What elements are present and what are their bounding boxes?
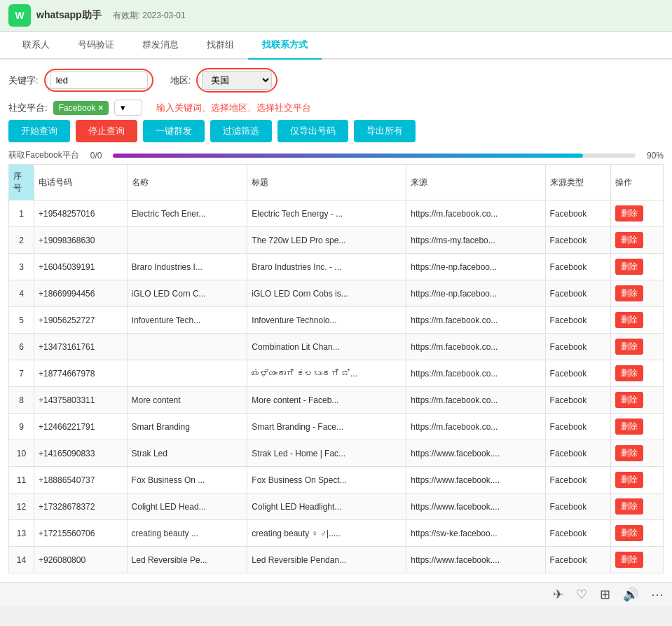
- cell-type: Facebook: [545, 467, 610, 494]
- cell-action: 删除: [610, 520, 663, 547]
- cell-phone: +926080800: [34, 547, 128, 573]
- cell-title: Fox Business On Spect...: [247, 467, 406, 494]
- export-phone-button[interactable]: 仅导出号码: [277, 120, 348, 142]
- table-row: 4 +18669994456 iGLO LED Corn C... iGLO L…: [9, 280, 664, 307]
- cell-action: 删除: [610, 414, 663, 440]
- stop-query-button[interactable]: 停止查询: [76, 120, 137, 142]
- cell-title: Braro Industries Inc. - ...: [247, 254, 406, 280]
- cell-phone: +14165090833: [34, 440, 128, 467]
- cell-action: 删除: [610, 227, 663, 254]
- cell-index: 6: [9, 334, 34, 360]
- grid-icon[interactable]: ⊞: [600, 587, 610, 602]
- delete-button[interactable]: 删除: [615, 419, 643, 435]
- region-select[interactable]: 美国 中国 英国: [202, 71, 272, 90]
- dots-icon[interactable]: ⋯: [651, 587, 664, 602]
- tab-phone-verify[interactable]: 号码验证: [64, 32, 128, 60]
- validity-text: 有效期: 2023-03-01: [113, 10, 186, 22]
- cell-type: Facebook: [545, 200, 610, 227]
- status-label: 获取Facebook平台: [8, 149, 79, 161]
- cell-type: Facebook: [545, 334, 610, 360]
- th-index: 序号: [9, 165, 34, 200]
- volume-icon[interactable]: 🔊: [623, 587, 638, 602]
- delete-button[interactable]: 删除: [615, 285, 643, 301]
- platform-tag-name: Facebook: [59, 103, 96, 113]
- start-query-button[interactable]: 开始查询: [8, 120, 70, 142]
- cell-phone: +17215560706: [34, 520, 128, 547]
- cell-phone: +19548257016: [34, 200, 128, 227]
- cell-url: https://ms-my.facebo...: [406, 227, 545, 254]
- delete-button[interactable]: 删除: [615, 472, 643, 488]
- delete-button[interactable]: 删除: [615, 259, 643, 275]
- table-row: 12 +17328678372 Colight LED Head... Coli…: [9, 494, 664, 520]
- cell-title: More content - Faceb...: [247, 387, 406, 414]
- cell-title: Combination Lit Chan...: [247, 334, 406, 360]
- tab-find-group[interactable]: 找群组: [193, 32, 248, 60]
- cell-index: 13: [9, 520, 34, 547]
- cell-phone: +13473161761: [34, 334, 128, 360]
- cell-name: Strak Led: [127, 440, 247, 467]
- keyword-input[interactable]: [50, 72, 148, 89]
- keyword-label: 关键字:: [8, 74, 39, 87]
- progress-label: 90%: [647, 151, 664, 161]
- th-url: 来源: [406, 165, 545, 200]
- cell-title: Smart Branding - Face...: [247, 414, 406, 440]
- whatsapp-logo: W: [8, 4, 31, 27]
- cell-action: 删除: [610, 200, 663, 227]
- cell-phone: +19098368630: [34, 227, 128, 254]
- cell-name: Colight LED Head...: [127, 494, 247, 520]
- cell-type: Facebook: [545, 440, 610, 467]
- delete-button[interactable]: 删除: [615, 339, 643, 355]
- delete-button[interactable]: 删除: [615, 205, 643, 222]
- delete-button[interactable]: 删除: [615, 498, 643, 515]
- platform-select-dropdown[interactable]: ▾: [114, 100, 142, 116]
- table-row: 10 +14165090833 Strak Led Strak Led - Ho…: [9, 440, 664, 467]
- heart-icon[interactable]: ♡: [576, 587, 587, 602]
- cell-phone: +12466221791: [34, 414, 128, 440]
- cell-title: creating beauty ♀ ♂|.....: [247, 520, 406, 547]
- delete-button[interactable]: 删除: [615, 525, 643, 541]
- cell-type: Facebook: [545, 387, 610, 414]
- status-row: 获取Facebook平台 0/0 90%: [8, 149, 664, 161]
- bottom-bar: ✈ ♡ ⊞ 🔊 ⋯: [0, 582, 672, 606]
- cell-action: 删除: [610, 334, 663, 360]
- cell-url: https://m.facebook.co...: [406, 414, 545, 440]
- tab-contacts[interactable]: 联系人: [8, 32, 64, 60]
- cell-url: https://www.facebook....: [406, 547, 545, 573]
- cell-name: Electric Tech Ener...: [127, 200, 247, 227]
- cell-name: More content: [127, 387, 247, 414]
- export-all-button[interactable]: 导出所有: [354, 120, 416, 142]
- region-label: 地区:: [170, 74, 191, 87]
- platform-row: 社交平台: Facebook × ▾ 输入关键词、选择地区、选择社交平台: [8, 100, 664, 116]
- delete-button[interactable]: 删除: [615, 312, 643, 328]
- app-name: whatsapp助手: [36, 9, 102, 22]
- table-row: 11 +18886540737 Fox Business On ... Fox …: [9, 467, 664, 494]
- broadcast-button[interactable]: 一键群发: [143, 120, 205, 142]
- delete-button[interactable]: 删除: [615, 365, 643, 381]
- button-row: 开始查询 停止查询 一键群发 过滤筛选 仅导出号码 导出所有: [8, 120, 664, 142]
- platform-label: 社交平台:: [8, 102, 48, 114]
- cell-index: 12: [9, 494, 34, 520]
- cell-url: https://sw-ke.faceboo...: [406, 520, 545, 547]
- cell-index: 10: [9, 440, 34, 467]
- cell-phone: +18669994456: [34, 280, 128, 307]
- table-row: 6 +13473161761 Combination Lit Chan... h…: [9, 334, 664, 360]
- tab-broadcast[interactable]: 群发消息: [128, 32, 193, 60]
- table-row: 9 +12466221791 Smart Branding Smart Bran…: [9, 414, 664, 440]
- delete-button[interactable]: 删除: [615, 552, 643, 568]
- table-row: 13 +17215560706 creating beauty ... crea…: [9, 520, 664, 547]
- delete-button[interactable]: 删除: [615, 232, 643, 248]
- cell-type: Facebook: [545, 360, 610, 387]
- tab-find-contact[interactable]: 找联系方式: [248, 32, 322, 60]
- cell-action: 删除: [610, 254, 663, 280]
- cell-url: https://www.facebook....: [406, 494, 545, 520]
- delete-button[interactable]: 删除: [615, 392, 643, 408]
- airplane-icon[interactable]: ✈: [553, 587, 563, 602]
- cell-title: Led Reversible Pendan...: [247, 547, 406, 573]
- th-phone: 电话号码: [34, 165, 128, 200]
- keyword-input-wrap: [44, 69, 153, 92]
- keyword-group: 关键字:: [8, 69, 153, 92]
- delete-button[interactable]: 删除: [615, 445, 643, 461]
- filter-button[interactable]: 过滤筛选: [210, 120, 272, 142]
- cell-action: 删除: [610, 387, 663, 414]
- platform-tag-close[interactable]: ×: [98, 103, 103, 113]
